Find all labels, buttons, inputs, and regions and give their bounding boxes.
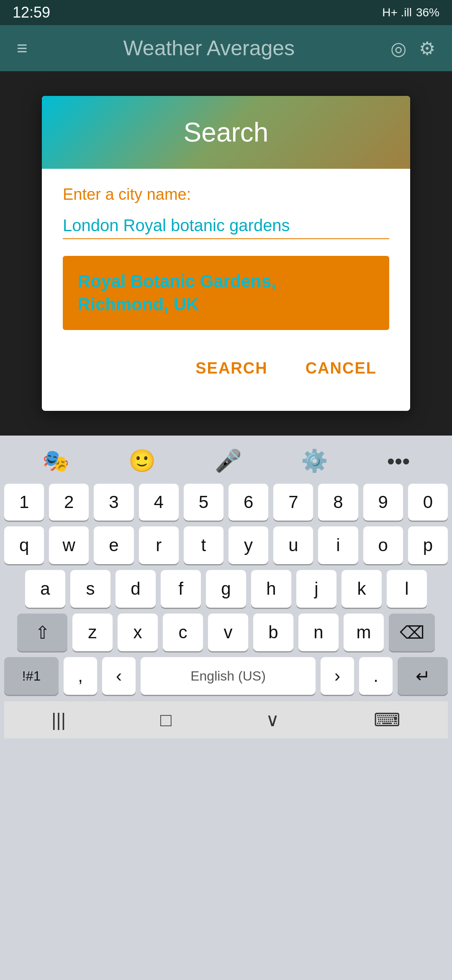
cancel-button[interactable]: CANCEL xyxy=(297,355,385,382)
dialog-label: Enter a city name: xyxy=(63,186,389,204)
keyboard-toolbar: 🎭 🙂 🎤 ⚙️ ••• xyxy=(4,444,448,478)
keyboard-row-qwerty: q w e r t y u i o p xyxy=(4,526,448,564)
key-l[interactable]: l xyxy=(387,570,427,608)
chevron-right-key[interactable]: › xyxy=(321,657,354,695)
city-search-input[interactable] xyxy=(63,216,389,235)
battery-icon: 36% xyxy=(416,6,439,19)
key-d[interactable]: d xyxy=(116,570,156,608)
dialog-header: Search xyxy=(42,96,410,169)
key-t[interactable]: t xyxy=(184,526,223,564)
status-icons: H+ .ill 36% xyxy=(382,6,439,19)
key-j[interactable]: j xyxy=(296,570,336,608)
key-4[interactable]: 4 xyxy=(139,484,179,521)
key-a[interactable]: a xyxy=(25,570,65,608)
dialog-actions: SEARCH CANCEL xyxy=(63,347,389,394)
key-o[interactable]: o xyxy=(363,526,403,564)
symbols-key[interactable]: !#1 xyxy=(4,657,59,695)
keyboard-row-bottom: !#1 , ‹ English (US) › . ↵ xyxy=(4,657,448,695)
key-e[interactable]: e xyxy=(94,526,134,564)
keyboard: 🎭 🙂 🎤 ⚙️ ••• 1 2 3 4 5 6 7 8 9 0 q w e r… xyxy=(0,436,452,980)
key-b[interactable]: b xyxy=(253,614,293,651)
background-content: Search city by name on toolbar Search En… xyxy=(0,71,452,436)
key-r[interactable]: r xyxy=(139,526,179,564)
key-6[interactable]: 6 xyxy=(229,484,268,521)
key-u[interactable]: u xyxy=(273,526,313,564)
back-icon[interactable]: ∨ xyxy=(249,705,296,735)
key-h[interactable]: h xyxy=(251,570,291,608)
search-button[interactable]: SEARCH xyxy=(187,355,276,382)
status-bar: 12:59 H+ .ill 36% xyxy=(0,0,452,25)
nav-bar: ||| □ ∨ ⌨ xyxy=(4,701,448,738)
suggestion-item[interactable]: Royal Botanic Gardens, Richmond, UK xyxy=(63,256,389,330)
multitask-icon[interactable]: ||| xyxy=(35,705,82,735)
key-q[interactable]: q xyxy=(4,526,44,564)
settings-icon[interactable]: ⚙ xyxy=(419,38,435,59)
suggestion-text-line1: Royal Botanic Gardens, xyxy=(78,270,374,293)
key-z[interactable]: z xyxy=(72,614,113,651)
key-g[interactable]: g xyxy=(206,570,246,608)
home-icon[interactable]: □ xyxy=(144,705,188,735)
location-icon[interactable]: ◎ xyxy=(390,38,406,59)
emoji-icon[interactable]: 🙂 xyxy=(128,448,156,474)
backspace-key[interactable]: ⌫ xyxy=(389,614,435,651)
comma-key[interactable]: , xyxy=(64,657,97,695)
key-8[interactable]: 8 xyxy=(318,484,358,521)
dialog-overlay: Search Enter a city name: Royal Botanic … xyxy=(0,71,452,436)
sticker-icon[interactable]: 🎭 xyxy=(42,448,69,474)
key-m[interactable]: m xyxy=(344,614,384,651)
key-1[interactable]: 1 xyxy=(4,484,44,521)
dialog-body: Enter a city name: Royal Botanic Gardens… xyxy=(42,169,410,411)
chevron-left-key[interactable]: ‹ xyxy=(102,657,136,695)
key-2[interactable]: 2 xyxy=(49,484,89,521)
key-c[interactable]: c xyxy=(163,614,203,651)
key-3[interactable]: 3 xyxy=(94,484,134,521)
suggestion-text-line2: Richmond, UK xyxy=(78,293,374,316)
keyboard-row-asdf: a s d f g h j k l xyxy=(4,570,448,608)
keyboard-row-zxcv: ⇧ z x c v b n m ⌫ xyxy=(4,614,448,651)
shift-key[interactable]: ⇧ xyxy=(17,614,67,651)
key-v[interactable]: v xyxy=(208,614,248,651)
search-dialog: Search Enter a city name: Royal Botanic … xyxy=(42,96,410,411)
key-s[interactable]: s xyxy=(70,570,110,608)
keyboard-settings-icon[interactable]: ⚙️ xyxy=(301,448,328,474)
key-9[interactable]: 9 xyxy=(363,484,403,521)
dialog-title: Search xyxy=(184,117,269,147)
toolbar-title: Weather Averages xyxy=(40,36,378,60)
key-w[interactable]: w xyxy=(49,526,89,564)
key-0[interactable]: 0 xyxy=(408,484,448,521)
key-x[interactable]: x xyxy=(118,614,158,651)
space-key[interactable]: English (US) xyxy=(141,657,316,695)
key-7[interactable]: 7 xyxy=(273,484,313,521)
keyboard-row-numbers: 1 2 3 4 5 6 7 8 9 0 xyxy=(4,484,448,521)
period-key[interactable]: . xyxy=(359,657,393,695)
status-time: 12:59 xyxy=(13,4,50,21)
enter-key[interactable]: ↵ xyxy=(398,657,448,695)
key-p[interactable]: p xyxy=(408,526,448,564)
key-y[interactable]: y xyxy=(229,526,268,564)
mic-icon[interactable]: 🎤 xyxy=(215,448,242,474)
dialog-input-container xyxy=(63,216,389,239)
key-f[interactable]: f xyxy=(161,570,201,608)
signal-icon: H+ .ill xyxy=(382,6,412,19)
keyboard-hide-icon[interactable]: ⌨ xyxy=(357,705,417,735)
key-n[interactable]: n xyxy=(298,614,339,651)
key-5[interactable]: 5 xyxy=(184,484,223,521)
more-icon[interactable]: ••• xyxy=(387,449,410,474)
menu-icon[interactable]: ≡ xyxy=(17,38,28,59)
toolbar: ≡ Weather Averages ◎ ⚙ xyxy=(0,25,452,71)
key-k[interactable]: k xyxy=(342,570,382,608)
key-i[interactable]: i xyxy=(318,526,358,564)
